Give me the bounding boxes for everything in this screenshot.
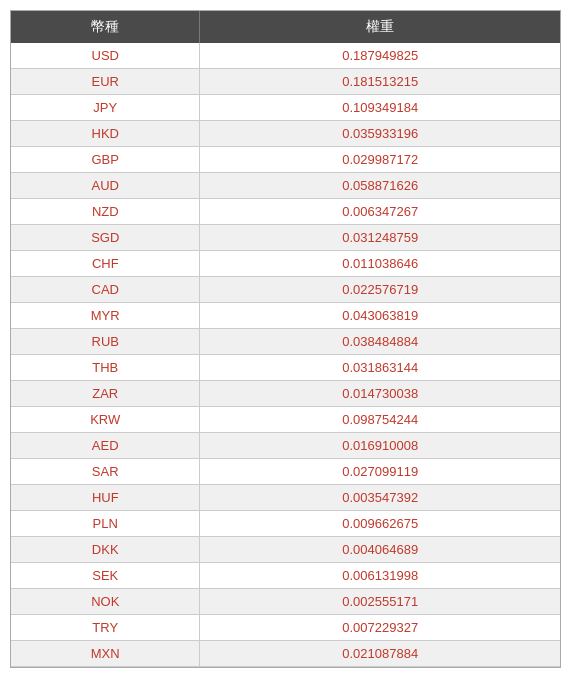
cell-currency: RUB [11, 329, 200, 355]
table-row: MXN0.021087884 [11, 641, 560, 667]
cell-currency: GBP [11, 147, 200, 173]
cell-weight: 0.029987172 [200, 147, 560, 173]
cell-weight: 0.011038646 [200, 251, 560, 277]
table-row: EUR0.181513215 [11, 69, 560, 95]
cell-currency: NZD [11, 199, 200, 225]
cell-weight: 0.187949825 [200, 43, 560, 69]
cell-weight: 0.035933196 [200, 121, 560, 147]
cell-weight: 0.181513215 [200, 69, 560, 95]
cell-currency: SEK [11, 563, 200, 589]
table-row: DKK0.004064689 [11, 537, 560, 563]
cell-weight: 0.038484884 [200, 329, 560, 355]
cell-weight: 0.021087884 [200, 641, 560, 667]
header-weight: 權重 [200, 11, 560, 43]
cell-weight: 0.007229327 [200, 615, 560, 641]
cell-currency: NOK [11, 589, 200, 615]
table-row: THB0.031863144 [11, 355, 560, 381]
table-row: GBP0.029987172 [11, 147, 560, 173]
cell-currency: TRY [11, 615, 200, 641]
cell-weight: 0.058871626 [200, 173, 560, 199]
cell-weight: 0.043063819 [200, 303, 560, 329]
cell-currency: MXN [11, 641, 200, 667]
cell-currency: DKK [11, 537, 200, 563]
cell-weight: 0.004064689 [200, 537, 560, 563]
table-row: SEK0.006131998 [11, 563, 560, 589]
cell-weight: 0.098754244 [200, 407, 560, 433]
table-row: KRW0.098754244 [11, 407, 560, 433]
table-row: TRY0.007229327 [11, 615, 560, 641]
table-row: NZD0.006347267 [11, 199, 560, 225]
table-row: SAR0.027099119 [11, 459, 560, 485]
table-row: HUF0.003547392 [11, 485, 560, 511]
cell-currency: HUF [11, 485, 200, 511]
table-row: SGD0.031248759 [11, 225, 560, 251]
table-row: USD0.187949825 [11, 43, 560, 69]
currency-table: 幣種 權重 USD0.187949825EUR0.181513215JPY0.1… [11, 11, 560, 667]
cell-currency: HKD [11, 121, 200, 147]
cell-weight: 0.022576719 [200, 277, 560, 303]
table-row: AUD0.058871626 [11, 173, 560, 199]
cell-currency: AED [11, 433, 200, 459]
cell-weight: 0.014730038 [200, 381, 560, 407]
cell-currency: KRW [11, 407, 200, 433]
cell-currency: JPY [11, 95, 200, 121]
cell-currency: USD [11, 43, 200, 69]
table-row: PLN0.009662675 [11, 511, 560, 537]
table-row: RUB0.038484884 [11, 329, 560, 355]
cell-weight: 0.109349184 [200, 95, 560, 121]
table-header-row: 幣種 權重 [11, 11, 560, 43]
cell-currency: ZAR [11, 381, 200, 407]
table-row: MYR0.043063819 [11, 303, 560, 329]
cell-weight: 0.003547392 [200, 485, 560, 511]
cell-currency: SAR [11, 459, 200, 485]
cell-currency: CAD [11, 277, 200, 303]
table-body: USD0.187949825EUR0.181513215JPY0.1093491… [11, 43, 560, 667]
currency-table-container: 幣種 權重 USD0.187949825EUR0.181513215JPY0.1… [10, 10, 561, 668]
table-row: CAD0.022576719 [11, 277, 560, 303]
table-row: HKD0.035933196 [11, 121, 560, 147]
table-row: JPY0.109349184 [11, 95, 560, 121]
cell-currency: SGD [11, 225, 200, 251]
table-row: CHF0.011038646 [11, 251, 560, 277]
cell-weight: 0.016910008 [200, 433, 560, 459]
header-currency: 幣種 [11, 11, 200, 43]
table-row: AED0.016910008 [11, 433, 560, 459]
cell-weight: 0.009662675 [200, 511, 560, 537]
cell-currency: PLN [11, 511, 200, 537]
cell-weight: 0.031248759 [200, 225, 560, 251]
cell-weight: 0.031863144 [200, 355, 560, 381]
table-row: NOK0.002555171 [11, 589, 560, 615]
cell-weight: 0.002555171 [200, 589, 560, 615]
cell-currency: EUR [11, 69, 200, 95]
table-row: ZAR0.014730038 [11, 381, 560, 407]
cell-weight: 0.006131998 [200, 563, 560, 589]
cell-currency: THB [11, 355, 200, 381]
cell-currency: AUD [11, 173, 200, 199]
cell-currency: CHF [11, 251, 200, 277]
cell-currency: MYR [11, 303, 200, 329]
cell-weight: 0.006347267 [200, 199, 560, 225]
cell-weight: 0.027099119 [200, 459, 560, 485]
